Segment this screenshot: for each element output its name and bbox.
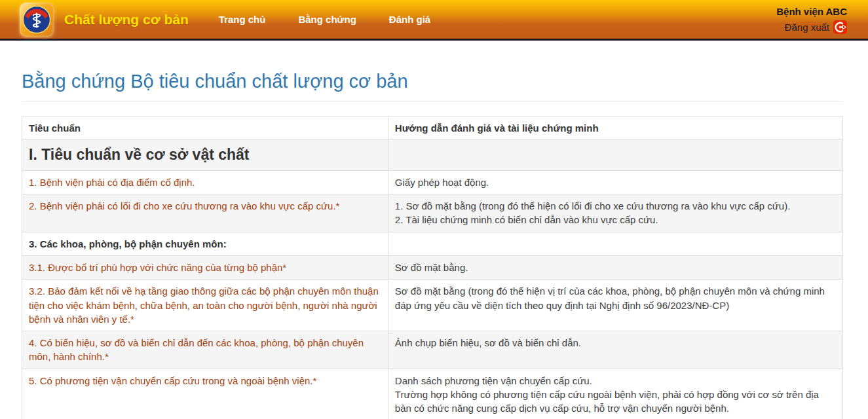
section-title: I. Tiêu chuẩn về cơ sở vật chất [29,146,250,163]
guidance-cell: Giấy phép hoạt động. [388,170,842,194]
guidance-cell: Sơ đồ mặt bằng. [388,255,842,279]
guidance-line: Danh sách phương tiện vận chuyển cấp cứu… [395,374,836,388]
guidance-line: Ảnh chụp biển hiệu, sơ đồ và biển chỉ dẫ… [395,336,836,350]
guidance-cell: 1. Sơ đồ mặt bằng (trong đó thể hiện có … [388,194,842,232]
criterion-link[interactable]: 4. Có biển hiệu, sơ đồ và biển chỉ dẫn đ… [29,337,364,362]
criterion-link[interactable]: 3.1. Được bố trí phù hợp với chức năng c… [29,262,286,273]
logout-label: Đăng xuất [785,20,829,35]
table-row: 3. Các khoa, phòng, bộ phận chuyên môn: [22,232,843,255]
criterion-link[interactable]: 1. Bệnh viện phải có địa điểm cố định. [29,177,195,188]
table-header-row: Tiêu chuẩn Hướng dẫn đánh giá và tài liệ… [22,117,843,139]
logout-button[interactable]: Đăng xuất [785,20,847,35]
table-row: 3.1. Được bố trí phù hợp với chức năng c… [22,255,843,279]
logout-icon [833,20,847,34]
page-title: Bằng chứng Bộ tiêu chuẩn chất lượng cơ b… [22,71,843,92]
page-content: Bằng chứng Bộ tiêu chuẩn chất lượng cơ b… [0,71,868,419]
criterion-cell: I. Tiêu chuẩn về cơ sở vật chất [22,139,388,171]
guidance-cell [388,232,842,255]
criterion-link[interactable]: 5. Có phương tiện vận chuyển cấp cứu tro… [29,375,316,386]
table-row: 4. Có biển hiệu, sơ đồ và biển chỉ dẫn đ… [22,331,843,369]
nav-item-home[interactable]: Trang chủ [219,14,266,25]
criterion-cell: 3. Các khoa, phòng, bộ phận chuyên môn: [22,232,388,255]
table-row: 1. Bệnh viện phải có địa điểm cố định.Gi… [22,170,843,194]
caduceus-logo-icon [22,5,52,35]
criterion-link[interactable]: 3.2. Bảo đảm kết nối về hạ tầng giao thô… [29,285,379,325]
criterion-cell: 1. Bệnh viện phải có địa điểm cố định. [22,170,388,194]
nav-item-assessment[interactable]: Đánh giá [389,14,430,25]
hospital-name: Bệnh viện ABC [776,4,847,19]
nav-item-evidence[interactable]: Bằng chứng [298,14,356,25]
main-nav: Trang chủ Bằng chứng Đánh giá [219,14,430,25]
table-row: 3.2. Bảo đảm kết nối về hạ tầng giao thô… [22,280,843,331]
guidance-line: Giấy phép hoạt động. [395,175,836,189]
column-header-criterion: Tiêu chuẩn [22,117,388,139]
criterion-cell: 3.2. Bảo đảm kết nối về hạ tầng giao thô… [22,280,388,331]
ministry-of-health-logo[interactable] [20,3,54,37]
standards-table-body: I. Tiêu chuẩn về cơ sở vật chất1. Bệnh v… [22,139,843,419]
table-row: 5. Có phương tiện vận chuyển cấp cứu tro… [22,369,843,419]
top-navigation-bar: Chất lượng cơ bản Trang chủ Bằng chứng Đ… [0,0,868,41]
standards-table: Tiêu chuẩn Hướng dẫn đánh giá và tài liệ… [22,117,843,419]
user-area: Bệnh viện ABC Đăng xuất [776,4,855,35]
criterion-text: 3. Các khoa, phòng, bộ phận chuyên môn: [29,238,227,249]
column-header-guidance: Hướng dẫn đánh giá và tài liệu chứng min… [388,117,842,139]
guidance-cell: Sơ đồ mặt bằng (trong đó thể hiện vị trí… [388,280,842,331]
guidance-line: Trường hợp không có phương tiện cấp cứu … [395,388,836,416]
guidance-cell: Ảnh chụp biển hiệu, sơ đồ và biển chỉ dẫ… [388,331,842,369]
table-row: 2. Bệnh viện phải có lối đi cho xe cứu t… [22,194,843,232]
criterion-link[interactable]: 2. Bệnh viện phải có lối đi cho xe cứu t… [29,200,339,211]
guidance-line: 1. Sơ đồ mặt bằng (trong đó thể hiện có … [395,199,836,213]
guidance-line: 2. Tài liệu chứng minh có biển chỉ dẫn v… [395,213,836,227]
title-divider [22,101,843,101]
guidance-cell: Danh sách phương tiện vận chuyển cấp cứu… [388,369,842,419]
criterion-cell: 5. Có phương tiện vận chuyển cấp cứu tro… [22,369,388,419]
guidance-line: Sơ đồ mặt bằng (trong đó thể hiện vị trí… [395,284,836,312]
criterion-cell: 3.1. Được bố trí phù hợp với chức năng c… [22,255,388,279]
guidance-cell [388,139,842,171]
app-title[interactable]: Chất lượng cơ bản [64,12,189,27]
section-row: I. Tiêu chuẩn về cơ sở vật chất [22,139,843,171]
criterion-cell: 2. Bệnh viện phải có lối đi cho xe cứu t… [22,194,388,232]
criterion-cell: 4. Có biển hiệu, sơ đồ và biển chỉ dẫn đ… [22,331,388,369]
guidance-line: Sơ đồ mặt bằng. [395,261,836,274]
